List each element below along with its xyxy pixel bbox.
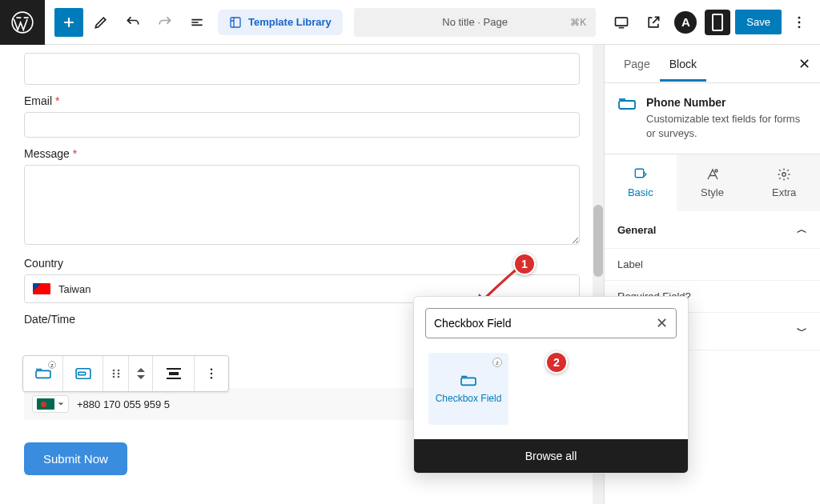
svg-rect-16	[169, 372, 179, 375]
edit-icon[interactable]	[86, 8, 115, 37]
block-inserter-popup: ✕ z Checkbox Field Browse all	[413, 296, 689, 474]
browse-all-button[interactable]: Browse all	[414, 439, 688, 473]
svg-rect-17	[167, 378, 181, 379]
shortcut-hint: ⌘K	[570, 17, 586, 28]
svg-point-14	[117, 376, 119, 378]
external-link-icon[interactable]	[639, 8, 668, 37]
more-block-options-icon[interactable]	[195, 356, 228, 391]
svg-point-20	[211, 377, 212, 378]
chevron-up-icon: ︿	[797, 222, 807, 237]
svg-point-11	[112, 373, 115, 375]
block-search-input[interactable]	[434, 317, 656, 330]
submit-button[interactable]: Submit Now	[24, 442, 127, 475]
field-label-row: Label	[605, 249, 820, 281]
svg-rect-22	[635, 170, 644, 178]
astra-icon[interactable]: A	[671, 8, 700, 37]
document-title-bar[interactable]: No title · Page ⌘K	[354, 8, 597, 37]
chevron-down-icon: ﹀	[797, 324, 807, 338]
inserter-result-label: Checkbox Field	[436, 393, 502, 404]
add-block-button[interactable]	[54, 8, 83, 37]
subtab-basic[interactable]: Basic	[605, 154, 677, 211]
clear-search-icon[interactable]: ✕	[656, 314, 668, 332]
email-input[interactable]	[24, 112, 580, 138]
svg-rect-15	[167, 368, 181, 370]
svg-point-13	[112, 376, 115, 378]
section-general[interactable]: General ︿	[605, 211, 820, 249]
tab-block[interactable]: Block	[660, 46, 706, 82]
subtab-style[interactable]: Style	[677, 154, 749, 211]
block-toolbar: z	[22, 355, 229, 392]
flag-icon	[37, 398, 54, 410]
move-up-down-icon[interactable]	[129, 356, 153, 391]
zip-badge-icon: z	[492, 358, 502, 367]
phone-value: +880 170 055 959 5	[77, 398, 170, 410]
svg-point-5	[798, 26, 801, 28]
template-library-button[interactable]: Template Library	[218, 10, 343, 35]
svg-rect-2	[616, 18, 628, 26]
block-title: Phone Number	[646, 96, 807, 109]
wordpress-logo[interactable]	[0, 0, 45, 45]
block-type-icon[interactable]: z	[23, 356, 63, 391]
country-label: Country	[24, 257, 580, 270]
annotation-1: 1	[513, 253, 536, 275]
save-button[interactable]: Save	[735, 10, 782, 34]
phone-field-icon	[617, 96, 637, 141]
phone-country-selector[interactable]	[32, 395, 69, 413]
annotation-2: 2	[545, 351, 568, 374]
svg-rect-6	[36, 370, 50, 378]
drag-handle-icon[interactable]	[103, 356, 129, 391]
svg-point-19	[211, 373, 212, 374]
country-value: Taiwan	[58, 283, 90, 295]
inserter-result-checkbox-field[interactable]: z Checkbox Field	[428, 353, 508, 425]
message-label: Message*	[24, 147, 580, 160]
more-options-icon[interactable]	[785, 8, 814, 37]
preview-button[interactable]	[607, 8, 636, 37]
svg-rect-25	[461, 378, 476, 385]
block-description: Customizable text fields for forms or su…	[646, 112, 807, 141]
undo-button[interactable]	[119, 8, 147, 37]
subtab-extra[interactable]: Extra	[748, 154, 820, 211]
align-button[interactable]	[153, 356, 195, 391]
email-label: Email*	[24, 94, 580, 107]
redo-button[interactable]	[151, 8, 179, 37]
svg-point-18	[211, 369, 212, 370]
svg-point-24	[782, 173, 786, 177]
document-outline-button[interactable]	[183, 8, 211, 37]
tab-page[interactable]: Page	[614, 46, 660, 82]
svg-point-23	[715, 170, 718, 172]
close-sidebar-icon[interactable]: ✕	[798, 55, 810, 73]
flag-icon	[33, 283, 50, 294]
message-input[interactable]	[24, 165, 580, 245]
document-title-text: No title · Page	[442, 16, 508, 28]
block-parent-icon[interactable]	[63, 356, 103, 391]
svg-point-12	[117, 373, 119, 375]
svg-rect-21	[619, 101, 635, 109]
scrollbar-thumb[interactable]	[593, 205, 603, 277]
svg-rect-1	[231, 18, 240, 27]
settings-sidebar-toggle[interactable]	[703, 8, 732, 37]
svg-rect-8	[78, 372, 85, 375]
template-library-label: Template Library	[248, 16, 332, 28]
svg-point-10	[117, 370, 119, 372]
svg-point-3	[798, 16, 801, 18]
svg-point-9	[112, 370, 115, 372]
svg-point-4	[798, 21, 801, 23]
